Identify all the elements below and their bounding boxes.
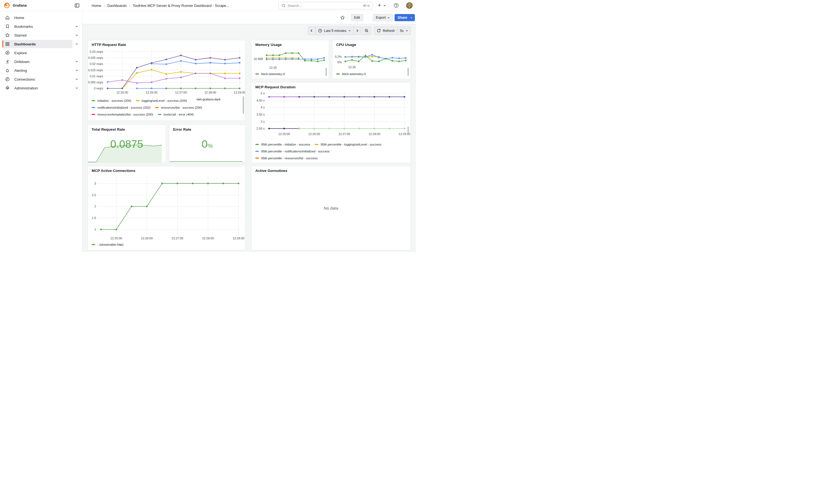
panel-title[interactable]: CPU Usage (336, 43, 356, 47)
panel-total-request-rate: Total Request Rate 0.0875 (87, 125, 166, 163)
panel-scrollbar[interactable] (408, 127, 409, 134)
svg-text:2.5: 2.5 (92, 193, 96, 197)
legend-chip (255, 151, 259, 152)
refresh-button[interactable]: Refresh (374, 26, 397, 35)
search-input[interactable]: Search... ⌘+k (279, 2, 373, 9)
refresh-interval-picker[interactable]: 5s (397, 26, 411, 35)
legend-chip (92, 100, 95, 101)
sidebar-toggle-icon[interactable] (74, 3, 80, 8)
legend-item[interactable]: fetch-telemetry-0 (336, 72, 366, 76)
refresh-label: Refresh (383, 29, 395, 33)
svg-text:12:28:00: 12:28:00 (368, 132, 380, 136)
time-back-button[interactable] (308, 26, 316, 35)
sidebar-item-alerting[interactable]: Alerting (0, 66, 82, 75)
chevron-down-icon[interactable] (75, 78, 78, 81)
legend-label: unknown - success (200) (187, 120, 222, 120)
stat-value: 0.0875 (110, 139, 143, 150)
sidebar-item-drilldown[interactable]: Drilldown (0, 57, 82, 66)
chevron-down-icon[interactable] (75, 60, 78, 63)
bell-icon (5, 68, 10, 73)
panel-title[interactable]: MCP Active Connections (92, 169, 135, 173)
legend-item[interactable]: initialize - success (200) (92, 99, 131, 102)
svg-text:0.005 req/s: 0.005 req/s (88, 81, 103, 84)
time-forward-button[interactable] (353, 26, 361, 35)
toolbar-divider (347, 15, 347, 21)
panel-title[interactable]: HTTP Request Rate (92, 43, 126, 47)
legend-item[interactable]: notifications/initialized - success (202… (92, 106, 151, 109)
chevron-down-icon (410, 17, 413, 19)
legend-item[interactable]: resources/list - success (200) (155, 106, 202, 109)
legend-scrollbar[interactable] (326, 68, 327, 76)
legend-item[interactable]: tools/list - success (200) (137, 120, 177, 120)
export-button[interactable]: Export (373, 14, 393, 21)
panel-title[interactable]: Error Rate (173, 127, 191, 132)
favorite-star-icon[interactable] (340, 15, 345, 20)
connections-icon (5, 77, 10, 82)
legend-chip (255, 158, 259, 159)
breadcrumb-current: ToolHive MCP Server & Proxy Runner Dashb… (133, 4, 229, 8)
legend-item[interactable]: resources/templates/list - success (200) (92, 113, 153, 116)
svg-text:0.03 req/s: 0.03 req/s (90, 50, 103, 53)
chevron-down-icon[interactable] (75, 86, 78, 90)
time-range-picker[interactable]: Last 5 minutes (315, 26, 354, 35)
sidebar-item-label: Home (14, 16, 24, 20)
legend-item[interactable]: logging/setLevel - success (200) (136, 99, 187, 102)
panel-title[interactable]: Active Goroutines (255, 169, 287, 173)
legend-scrollbar[interactable] (243, 96, 244, 114)
legend-item[interactable]: fetch-telemetry-0 (255, 72, 285, 76)
breadcrumb-home[interactable]: Home (92, 4, 101, 8)
chevron-down-icon[interactable] (75, 69, 78, 72)
chevron-down-icon[interactable] (75, 25, 78, 28)
sidebar-item-dashboards[interactable]: Dashboards (0, 39, 82, 48)
svg-text:16 MiB: 16 MiB (254, 57, 263, 60)
legend-chip (92, 107, 95, 108)
time-range-label: Last 5 minutes (324, 29, 346, 33)
svg-text:12:28:00: 12:28:00 (204, 91, 216, 94)
bookmark-icon (5, 24, 10, 29)
dashboards-grid-icon (5, 42, 10, 47)
legend-item[interactable]: unknown - success (200) (181, 120, 222, 120)
no-data-message: No data (252, 166, 411, 250)
panel-title[interactable]: MCP Request Duration (255, 85, 295, 89)
legend-item[interactable]: tools/call - success (200) (92, 120, 132, 120)
edit-button[interactable]: Edit (351, 14, 363, 21)
user-avatar[interactable] (406, 2, 413, 9)
share-caret-button[interactable] (408, 14, 415, 21)
avatar-image (406, 2, 413, 9)
home-icon (5, 15, 10, 20)
chevron-down-icon[interactable] (75, 33, 78, 37)
legend-item[interactable]: - (streamable-http) (92, 243, 124, 246)
sidebar-item-starred[interactable]: Starred (0, 31, 82, 39)
legend-label: resources/list - success (200) (161, 106, 202, 109)
sidebar-item-bookmarks[interactable]: Bookmarks (0, 22, 82, 31)
svg-text:12:26:00: 12:26:00 (308, 132, 320, 136)
sidebar-item-explore[interactable]: Explore (0, 48, 82, 57)
help-icon[interactable] (393, 3, 399, 8)
sidebar-item-label: Dashboards (14, 42, 36, 46)
add-caret-icon[interactable] (383, 4, 386, 7)
legend-item[interactable]: 95th percentile - logging/setLevel - suc… (315, 143, 381, 146)
legend-chip (136, 100, 139, 101)
sidebar-item-administration[interactable]: Administration (0, 84, 82, 92)
breadcrumb-separator: › (104, 4, 105, 8)
zoom-out-button[interactable] (362, 26, 371, 35)
mcp-active-connections-chart[interactable]: 32.521.5112:25:0012:26:0012:27:0012:28:0… (88, 166, 245, 250)
panel-title[interactable]: Memory Usage (255, 43, 282, 47)
legend-item[interactable]: 95th percentile - notifications/initiali… (255, 150, 330, 153)
add-button[interactable] (377, 3, 383, 8)
dashboard-toolbar: Edit Export Share (82, 11, 416, 24)
legend-scrollbar[interactable] (408, 68, 409, 76)
grafana-app: Grafana Home › Dashboards › ToolHive MCP… (0, 0, 416, 252)
sidebar-item-connections[interactable]: Connections (0, 75, 82, 84)
legend-item[interactable]: 95th percentile - initialize - success (255, 143, 310, 146)
floating-datasource-label: otel-grafana-dark (196, 97, 222, 101)
chevron-down-icon[interactable] (75, 43, 78, 46)
drilldown-icon (5, 59, 10, 64)
breadcrumb-dashboards[interactable]: Dashboards (107, 4, 127, 8)
refresh-icon (376, 29, 381, 33)
legend-chip (336, 74, 340, 75)
sidebar-item-home[interactable]: Home (0, 13, 82, 22)
legend-item[interactable]: tools/call - error (404) (158, 113, 194, 116)
legend-item[interactable]: 95th percentile - resources/list - succe… (255, 157, 317, 160)
panel-title[interactable]: Total Request Rate (92, 127, 125, 132)
